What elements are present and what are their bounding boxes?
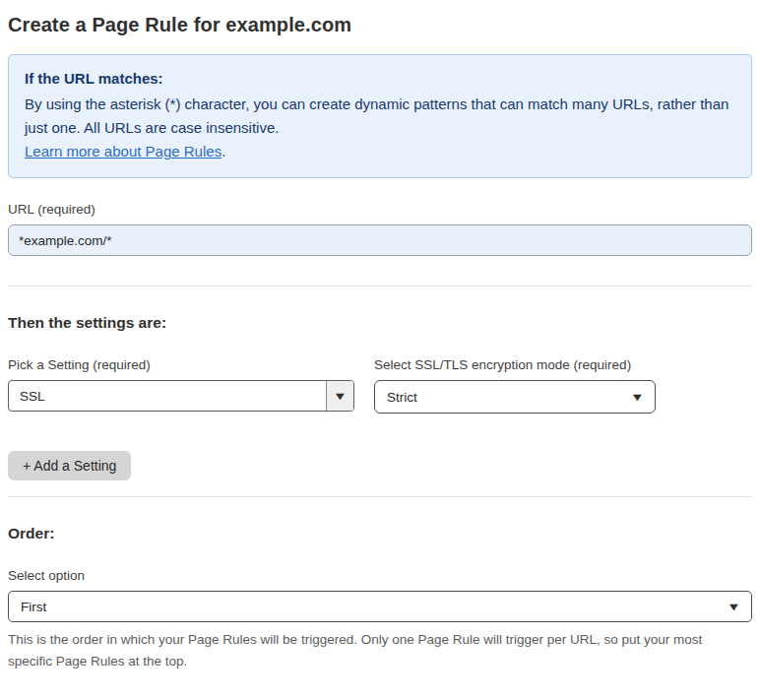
order-dropdown[interactable]: First ▼: [8, 591, 752, 622]
order-select-label: Select option: [8, 568, 752, 583]
order-value: First: [21, 600, 46, 614]
url-field-group: URL (required): [8, 202, 752, 256]
order-help-text: This is the order in which your Page Rul…: [8, 629, 744, 671]
setting-picker-group: Pick a Setting (required) SSL ▼: [8, 357, 354, 414]
order-section-heading: Order:: [8, 525, 752, 542]
ssl-mode-dropdown[interactable]: Strict ▼: [374, 380, 656, 414]
ssl-mode-picker-label: Select SSL/TLS encryption mode (required…: [374, 357, 656, 372]
page-title: Create a Page Rule for example.com: [8, 14, 752, 36]
setting-picker-dropdown[interactable]: SSL ▼: [8, 380, 354, 412]
info-box-link-line: Learn more about Page Rules.: [25, 140, 735, 163]
url-input[interactable]: [8, 224, 752, 256]
setting-picker-value: SSL: [9, 381, 326, 411]
chevron-down-icon: ▼: [727, 602, 741, 612]
chevron-down-icon: ▼: [333, 391, 348, 402]
ssl-mode-picker-group: Select SSL/TLS encryption mode (required…: [374, 357, 656, 414]
setting-picker-label: Pick a Setting (required): [8, 357, 354, 372]
chevron-down-icon: ▼: [630, 392, 645, 403]
info-box-heading: If the URL matches:: [25, 67, 735, 91]
ssl-mode-value: Strict: [387, 390, 417, 405]
learn-more-link[interactable]: Learn more about Page Rules: [25, 143, 222, 159]
url-match-info-box: If the URL matches: By using the asteris…: [8, 54, 752, 178]
add-setting-button[interactable]: + Add a Setting: [8, 451, 131, 480]
divider: [8, 496, 752, 497]
setting-picker-arrow-button[interactable]: ▼: [326, 381, 353, 411]
settings-row: Pick a Setting (required) SSL ▼ Select S…: [8, 357, 752, 414]
url-field-label: URL (required): [8, 202, 752, 217]
order-select-group: Select option First ▼ This is the order …: [8, 568, 752, 671]
info-box-body: By using the asterisk (*) character, you…: [25, 93, 735, 140]
page-rule-form: Create a Page Rule for example.com If th…: [0, 0, 760, 700]
settings-section-heading: Then the settings are:: [8, 314, 752, 332]
divider: [8, 286, 752, 286]
link-suffix: .: [222, 143, 225, 159]
